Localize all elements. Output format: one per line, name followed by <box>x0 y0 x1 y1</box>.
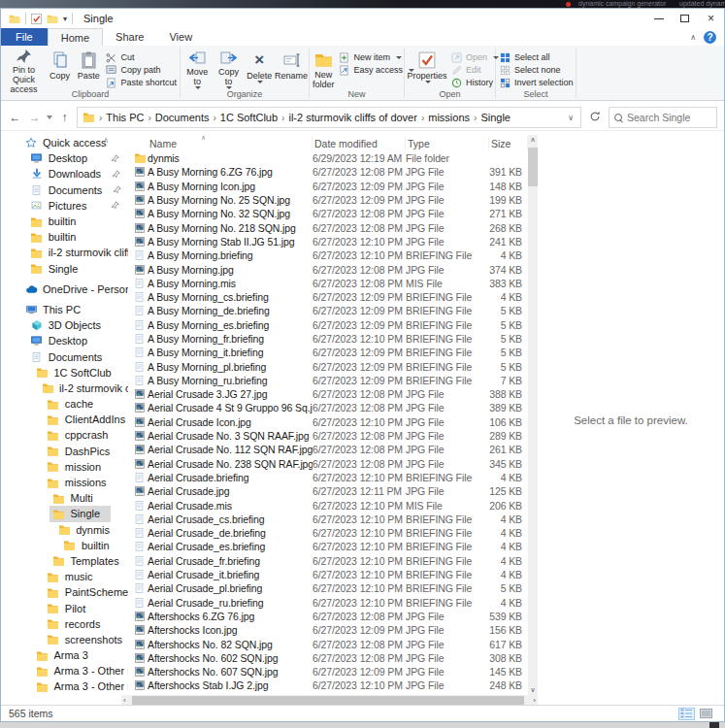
properties-button[interactable]: Properties <box>406 48 448 90</box>
sidebar-item[interactable]: 3D Objects <box>1 317 128 333</box>
file-row[interactable]: Aerial Crusade_ru.briefing 6/27/2023 12:… <box>128 596 528 610</box>
copy-to-button[interactable]: Copy to <box>213 48 244 90</box>
sidebar-item[interactable]: cppcrash <box>1 427 128 443</box>
sidebar-item[interactable]: Templates <box>1 553 128 569</box>
vertical-scrollbar[interactable]: ∧ ∨ <box>528 135 538 695</box>
sidebar-item[interactable]: Pictures <box>1 198 128 214</box>
file-row[interactable]: Aerial Crusade_pl.briefing 6/27/2023 12:… <box>128 581 528 595</box>
file-row[interactable]: Aerial Crusade_de.briefing 6/27/2023 12:… <box>128 526 528 540</box>
scroll-right-icon[interactable]: › <box>533 696 536 705</box>
sidebar-item[interactable]: il-2 sturmovik cliff <box>1 245 128 260</box>
scroll-up-icon[interactable]: ∧ <box>528 136 538 144</box>
details-view-button[interactable] <box>678 708 695 720</box>
cut-button[interactable]: Cut <box>103 51 179 63</box>
file-row[interactable]: Aerial Crusade_it.briefing 6/27/2023 12:… <box>128 568 528 581</box>
edit-button[interactable]: Edit <box>448 64 501 76</box>
breadcrumb-segment[interactable]: 1C SoftClub <box>220 112 278 123</box>
sidebar-item[interactable]: il-2 sturmovik c <box>1 381 128 396</box>
breadcrumb-segment[interactable]: Documents <box>155 112 210 123</box>
open-button[interactable]: Open <box>448 51 501 63</box>
large-icons-view-button[interactable] <box>698 708 714 720</box>
sidebar-item[interactable]: OneDrive - Personal <box>1 281 128 297</box>
up-button[interactable]: ↑ <box>57 112 72 123</box>
maximize-button[interactable] <box>672 9 698 28</box>
help-icon[interactable]: ? <box>704 31 716 44</box>
file-row[interactable]: A Busy Morning.jpg 6/27/2023 12:08 PM JP… <box>128 262 528 276</box>
file-row[interactable]: Aftershocks 6.ZG 76.jpg 6/27/2023 12:08 … <box>128 610 528 623</box>
file-row[interactable]: Aerial Crusade Icon.jpg 6/27/2023 12:10 … <box>128 415 528 429</box>
search-box[interactable] <box>609 107 717 128</box>
file-row[interactable]: A Busy Morning No. 32 SQN.jpg 6/27/2023 … <box>128 207 528 220</box>
select-none-button[interactable]: Select none <box>497 64 576 76</box>
close-button[interactable]: × <box>698 9 724 28</box>
file-row[interactable]: A Busy Morning_es.briefing 6/27/2023 12:… <box>128 318 528 332</box>
tab-share[interactable]: Share <box>103 28 156 46</box>
invert-selection-button[interactable]: Invert selection <box>497 77 576 88</box>
sidebar-item[interactable]: mission <box>1 459 128 475</box>
copy-button[interactable]: Copy <box>46 48 74 90</box>
move-to-button[interactable]: Move to <box>181 48 213 90</box>
qat-customize-dropdown-icon[interactable]: ▾ <box>63 15 67 23</box>
sidebar-item[interactable]: Downloads <box>1 166 128 182</box>
sidebar-scroll-up-icon[interactable]: ∧ <box>103 136 109 145</box>
file-row[interactable]: A Busy Morning.mis 6/27/2023 12:08 PM MI… <box>128 277 528 290</box>
file-row[interactable]: A Busy Morning Stab II.JG 51.jpg 6/27/20… <box>128 235 528 248</box>
sidebar-item[interactable]: music <box>1 569 128 584</box>
column-header-size[interactable]: Size <box>489 136 528 150</box>
file-row[interactable]: A Busy Morning_fr.briefing 6/27/2023 12:… <box>128 332 528 346</box>
sidebar-item[interactable]: DashPics <box>1 444 128 459</box>
sidebar-item[interactable]: builtin <box>1 229 128 245</box>
file-row[interactable]: A Busy Morning.briefing 6/27/2023 12:10 … <box>128 248 528 262</box>
qat-properties-icon[interactable] <box>31 14 42 24</box>
vertical-scrollbar-thumb[interactable] <box>528 148 538 186</box>
qat-new-folder-icon[interactable] <box>47 14 58 24</box>
history-button[interactable]: History <box>448 77 501 88</box>
file-row[interactable]: A Busy Morning_pl.briefing 6/27/2023 12:… <box>128 359 528 373</box>
scroll-down-icon[interactable]: ∨ <box>528 686 538 694</box>
sidebar-item[interactable]: ClientAddIns <box>1 412 128 427</box>
file-row[interactable]: Aerial Crusade 3.JG 27.jpg 6/27/2023 12:… <box>128 387 528 401</box>
file-row[interactable]: A Busy Morning_it.briefing 6/27/2023 12:… <box>128 346 528 359</box>
file-row[interactable]: A Busy Morning Icon.jpg 6/27/2023 12:09 … <box>128 180 528 193</box>
file-row[interactable]: A Busy Morning_cs.briefing 6/27/2023 12:… <box>128 290 528 304</box>
breadcrumb-segment[interactable]: Single <box>480 112 511 123</box>
back-button[interactable]: ← <box>8 112 22 123</box>
rename-button[interactable]: Rename <box>275 48 308 90</box>
copy-path-button[interactable]: Copy path <box>103 64 179 76</box>
column-header-name[interactable]: Name <box>148 136 313 150</box>
file-row[interactable]: Aerial Crusade.mis 6/27/2023 12:10 PM MI… <box>128 498 528 512</box>
sidebar-item[interactable]: missions <box>1 475 128 490</box>
sidebar-item[interactable]: builtin <box>1 538 128 553</box>
sidebar-item[interactable]: records <box>1 616 128 632</box>
sidebar-item[interactable]: Multi <box>1 490 128 506</box>
sidebar-item[interactable]: This PC <box>1 302 128 317</box>
sidebar-item[interactable]: Desktop <box>1 150 128 166</box>
sidebar-item[interactable]: 1C SoftClub <box>1 365 128 381</box>
sidebar-item[interactable]: screenshots <box>1 632 128 647</box>
sidebar-item[interactable]: Arma 3 <box>1 647 128 663</box>
file-row[interactable]: A Busy Morning No. 25 SQN.jpg 6/27/2023 … <box>128 193 528 207</box>
sidebar-item[interactable]: cache <box>1 396 128 412</box>
delete-button[interactable]: × Delete <box>245 48 275 90</box>
file-row[interactable]: A Busy Morning_ru.briefing 6/27/2023 12:… <box>128 374 528 387</box>
sidebar-item[interactable]: builtin <box>1 214 128 229</box>
sidebar-item[interactable]: Quick access <box>1 135 128 150</box>
tab-view[interactable]: View <box>156 28 205 46</box>
breadcrumb-dropdown-icon[interactable]: ∨ <box>568 114 576 122</box>
select-all-button[interactable]: Select all <box>497 51 576 63</box>
sidebar-item[interactable]: Arma 3 - Other P ∨ <box>1 678 128 694</box>
tab-file[interactable]: File <box>1 28 48 46</box>
file-row[interactable]: A Busy Morning_de.briefing 6/27/2023 12:… <box>128 304 528 317</box>
file-row[interactable]: Aerial Crusade 4 St 9 Gruppo 96 Sq.jpg 6… <box>128 401 528 414</box>
file-row[interactable]: Aerial Crusade.jpg 6/27/2023 12:11 PM JP… <box>128 484 528 498</box>
sidebar-item[interactable]: PaintSchemes <box>1 584 128 600</box>
sidebar-item[interactable]: Desktop <box>1 333 128 348</box>
breadcrumb-segment[interactable]: This PC <box>106 112 144 123</box>
file-row[interactable]: Aftershocks No. 82 SQN.jpg 6/27/2023 12:… <box>128 637 528 650</box>
breadcrumb-segment[interactable]: missions <box>428 112 470 123</box>
paste-button[interactable]: Paste <box>74 48 104 90</box>
sidebar-item[interactable]: Pilot <box>1 600 128 615</box>
column-header-date-modified[interactable]: Date modified <box>313 136 406 150</box>
forward-button[interactable]: → <box>27 112 42 123</box>
file-row[interactable]: Aerial Crusade_fr.briefing 6/27/2023 12:… <box>128 554 528 568</box>
